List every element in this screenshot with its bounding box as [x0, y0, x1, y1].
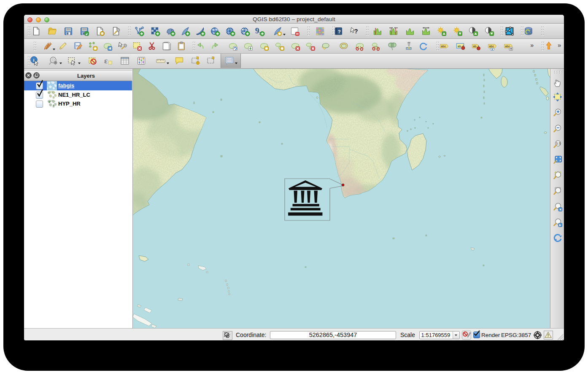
svg-text:ab: ab: [473, 45, 476, 48]
svg-text:abc: abc: [441, 45, 446, 48]
svg-text:ε: ε: [104, 56, 108, 65]
svg-text:?: ?: [338, 29, 341, 34]
svg-text:ab: ab: [458, 45, 461, 48]
svg-text:i: i: [33, 57, 35, 62]
svg-text:?: ?: [354, 28, 358, 35]
svg-text:abc: abc: [489, 45, 494, 48]
svg-text:1:1: 1:1: [556, 141, 561, 145]
